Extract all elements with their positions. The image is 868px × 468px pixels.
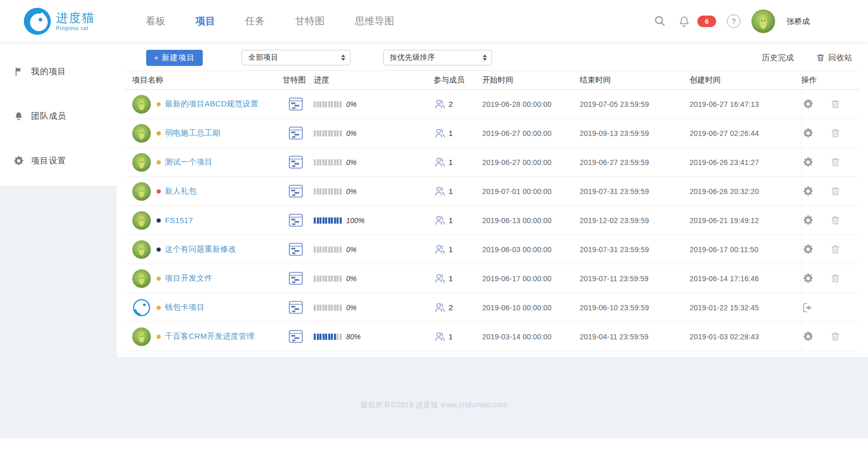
members-icon[interactable] [433,301,446,313]
progress-bar [314,246,342,253]
settings-icon[interactable] [803,99,814,109]
project-name-link[interactable]: 最新的项目ABCD规范设置 [165,99,259,109]
end-time: 2019-04-11 23:59:59 [580,333,690,341]
delete-icon[interactable] [830,273,841,284]
gantt-cell [283,301,314,314]
progress-cell: 0% [314,245,430,254]
gantt-cell [283,156,314,169]
project-name-link[interactable]: FS1517 [165,216,193,225]
progress-segment [340,305,342,311]
settings-icon[interactable] [803,331,814,342]
history-completed-link[interactable]: 历史完成 [762,53,794,63]
progress-bar [314,334,342,340]
members-icon[interactable] [433,214,446,226]
delete-icon[interactable] [830,215,841,226]
settings-icon[interactable] [803,215,814,226]
toolbar: + 新建项目 全部项目 按优先级排序 历史完成 回收站 [146,49,852,66]
project-name-link[interactable]: 项目开发文件 [165,273,213,283]
help-icon[interactable]: ? [727,15,740,28]
members-icon[interactable] [433,272,446,284]
sidebar-item-project-settings[interactable]: 项目设置 [0,153,117,169]
table-row: 最新的项目ABCD规范设置 0% [124,90,860,119]
delete-icon[interactable] [830,331,841,342]
progress-segment [323,276,325,282]
gantt-chart-icon[interactable] [289,330,303,343]
exit-project-icon[interactable] [802,302,814,313]
delete-icon[interactable] [830,186,841,197]
brand-logo[interactable]: 进度猫 Progress cat [23,7,95,35]
progress-percent: 0% [346,158,357,167]
settings-icon[interactable] [803,273,814,284]
gantt-chart-icon[interactable] [289,185,303,198]
settings-icon[interactable] [803,128,814,139]
project-name-link[interactable]: 测试一个项目 [165,157,213,167]
member-count: 1 [449,216,453,225]
nav-item[interactable]: 甘特图 [295,15,325,28]
delete-icon[interactable] [830,99,841,109]
progress-segment [323,188,325,195]
project-name-link[interactable]: 这个有问题重新修改 [165,244,236,254]
sidebar-item-my-projects[interactable]: 我的项目 [0,63,117,80]
settings-icon[interactable] [803,157,814,168]
column-header: 开始时间 [482,75,580,85]
members-icon[interactable] [433,98,446,110]
project-avatar [132,211,151,230]
progress-segment [317,334,319,340]
topbar-right: 6 ? 张桥成 [653,9,810,33]
nav-item[interactable]: 项目 [195,15,215,28]
settings-icon[interactable] [803,186,814,197]
gantt-chart-icon[interactable] [289,272,303,285]
members-icon[interactable] [433,243,446,255]
members-icon[interactable] [433,185,446,197]
progress-segment [317,101,319,107]
members-icon[interactable] [433,331,446,342]
project-name-link[interactable]: 千百客CRM开发进度管理 [165,332,255,341]
sidebar-item-team-members[interactable]: 团队成员 [0,108,117,125]
recycle-bin-link[interactable]: 回收站 [816,53,853,63]
new-project-button[interactable]: + 新建项目 [146,50,203,66]
project-name-link[interactable]: 新人礼包 [165,186,197,196]
delete-icon[interactable] [830,128,841,139]
user-name[interactable]: 张桥成 [787,17,810,26]
user-avatar[interactable] [751,9,775,33]
members-icon[interactable] [433,127,446,139]
progress-segment [319,305,321,311]
gantt-chart-icon[interactable] [289,156,303,169]
progress-segment [317,276,319,282]
members-icon[interactable] [433,156,446,168]
gantt-cell [283,272,314,285]
sort-selected-value: 按优先级排序 [390,53,483,62]
nav-item[interactable]: 思维导图 [355,15,394,28]
project-name-link[interactable]: 弱电施工总工期 [165,128,220,138]
gantt-chart-icon[interactable] [289,301,303,314]
gantt-chart-icon[interactable] [289,214,303,227]
progress-segment [319,217,321,224]
progress-segment [314,276,316,282]
progress-segment [337,305,339,311]
created-time: 2019-06-27 16:47:13 [690,100,801,108]
delete-icon[interactable] [830,157,841,168]
project-name-link[interactable]: 钱包卡项目 [165,302,205,312]
members-cell: 1 [430,185,482,197]
nav-item[interactable]: 任务 [245,15,265,28]
members-cell: 1 [430,331,482,342]
start-time: 2019-06-28 00:00:00 [482,100,580,108]
progress-segment [340,246,342,253]
nav-item[interactable]: 看板 [146,15,165,28]
progress-cell: 100% [314,216,430,225]
delete-icon[interactable] [830,244,841,255]
gantt-chart-icon[interactable] [289,127,303,140]
progress-percent: 0% [346,245,357,254]
sidebar-item-label: 团队成员 [31,111,66,122]
gantt-chart-icon[interactable] [289,98,303,111]
sort-order-select[interactable]: 按优先级排序 [383,50,492,65]
footer-copyright: 版权所有©2019 进度猫 www.jindumao.com [0,401,868,410]
gantt-chart-icon[interactable] [289,243,303,256]
project-filter-select[interactable]: 全部项目 [242,50,351,65]
actions-cell [801,90,860,118]
notifications-bell-icon[interactable] [678,15,691,28]
progress-segment [323,130,325,136]
progress-segment [325,246,327,253]
search-icon[interactable] [653,15,667,28]
settings-icon[interactable] [803,244,814,255]
